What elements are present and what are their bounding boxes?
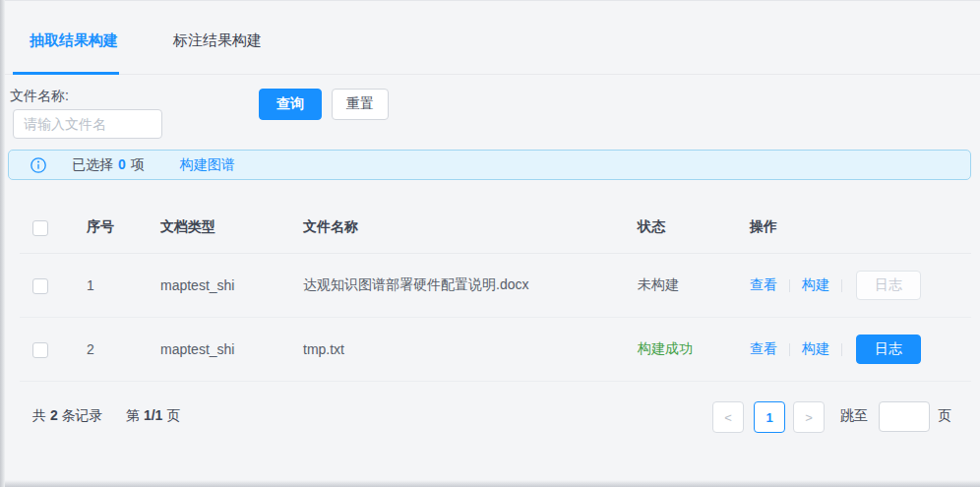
action-divider <box>841 343 842 356</box>
cell-file-name: 达观知识图谱部署硬件配置说明.docx <box>303 276 638 294</box>
tabs-bar: 抽取结果构建 标注结果构建 <box>0 0 980 75</box>
header-index: 序号 <box>87 218 160 236</box>
files-table: 序号 文档类型 文件名称 状态 操作 1 maptest_shi 达观知识图谱部… <box>20 202 971 382</box>
row-checkbox[interactable] <box>32 278 48 294</box>
prev-page-button[interactable]: < <box>712 401 744 433</box>
page-prefix: 第 <box>126 407 140 423</box>
page-left-edge <box>0 0 5 487</box>
cell-doc-type: maptest_shi <box>160 341 303 357</box>
header-actions: 操作 <box>750 218 971 236</box>
tab-annotation-result-build[interactable]: 标注结果构建 <box>173 0 262 75</box>
total-suffix: 条记录 <box>62 407 103 423</box>
jump-page-input[interactable] <box>879 401 930 432</box>
header-status: 状态 <box>638 218 750 236</box>
page-suffix: 页 <box>166 407 180 423</box>
cell-status: 未构建 <box>638 276 750 294</box>
view-link[interactable]: 查看 <box>750 276 777 294</box>
table-row: 2 maptest_shi tmp.txt 构建成功 查看 构建 日志 <box>20 318 971 382</box>
cell-status: 构建成功 <box>638 340 750 358</box>
page-indicator-text: 第 1/1 页 <box>126 407 180 425</box>
build-graph-link[interactable]: 构建图谱 <box>180 156 235 174</box>
selected-count-text: 已选择0项 <box>72 156 145 174</box>
jump-to-label: 跳至 <box>840 407 868 425</box>
action-divider <box>841 279 842 292</box>
header-file-name: 文件名称 <box>303 218 638 236</box>
view-link[interactable]: 查看 <box>750 340 777 358</box>
cell-file-name: tmp.txt <box>303 341 638 357</box>
jump-page-suffix: 页 <box>938 407 951 425</box>
row-checkbox[interactable] <box>32 342 48 358</box>
action-divider <box>789 279 790 292</box>
selected-suffix: 项 <box>131 156 145 172</box>
total-records-text: 共 2 条记录 <box>32 407 103 425</box>
cell-index: 1 <box>87 277 160 293</box>
selected-prefix: 已选择 <box>72 156 113 172</box>
reset-button[interactable]: 重置 <box>332 89 389 120</box>
build-link[interactable]: 构建 <box>802 340 829 358</box>
cell-doc-type: maptest_shi <box>160 277 303 293</box>
log-button-disabled: 日志 <box>856 271 921 300</box>
selection-alert-bar: 已选择0项 构建图谱 <box>8 150 971 180</box>
next-page-button[interactable]: > <box>793 401 825 433</box>
tab-extraction-result-build[interactable]: 抽取结果构建 <box>30 0 118 75</box>
log-button[interactable]: 日志 <box>856 335 921 364</box>
page-bottom-shadow <box>0 480 980 487</box>
file-name-label: 文件名称: <box>10 88 69 105</box>
info-circle-icon <box>31 157 46 173</box>
select-all-checkbox[interactable] <box>32 220 48 236</box>
total-count: 2 <box>50 407 58 423</box>
cell-index: 2 <box>87 341 160 357</box>
total-prefix: 共 <box>32 407 46 423</box>
current-page-button[interactable]: 1 <box>754 401 785 433</box>
page-value: 1/1 <box>144 407 162 423</box>
file-name-input[interactable] <box>13 109 162 139</box>
table-header-row: 序号 文档类型 文件名称 状态 操作 <box>20 202 971 254</box>
query-button[interactable]: 查询 <box>259 89 322 120</box>
build-link[interactable]: 构建 <box>802 276 829 294</box>
header-doc-type: 文档类型 <box>160 218 303 236</box>
page-top-edge <box>0 0 980 1</box>
table-row: 1 maptest_shi 达观知识图谱部署硬件配置说明.docx 未构建 查看… <box>20 254 971 318</box>
action-divider <box>789 343 790 356</box>
selected-count: 0 <box>118 156 126 172</box>
